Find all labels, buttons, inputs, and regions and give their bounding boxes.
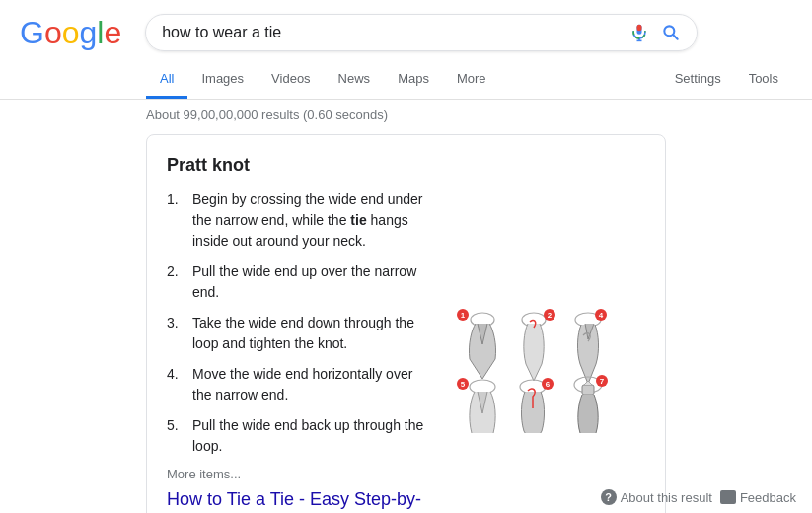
nav-tabs: All Images Videos News Maps More Setting…	[0, 61, 812, 100]
step-text: Pull the wide end up over the narrow end…	[192, 261, 428, 303]
about-result-label: About this result	[621, 490, 712, 505]
more-items-link[interactable]: More items...	[167, 467, 428, 481]
step-text: Take the wide end down through the loop …	[192, 313, 428, 354]
svg-text:5: 5	[461, 380, 466, 389]
step-number: 2.	[167, 261, 186, 303]
help-icon: ?	[601, 489, 617, 505]
list-item: 5. Pull the wide end back up through the…	[167, 415, 428, 457]
svg-text:7: 7	[600, 377, 605, 386]
header: G o o g l e how to wear a tie	[0, 0, 812, 51]
footer: ? About this result Feedback	[585, 481, 812, 513]
list-item: 1. Begin by crossing the wide end under …	[167, 189, 428, 252]
step-number: 3.	[167, 313, 186, 354]
featured-title: Pratt knot	[167, 155, 428, 176]
tab-more[interactable]: More	[443, 61, 500, 99]
list-item: 2. Pull the wide end up over the narrow …	[167, 261, 428, 303]
about-result[interactable]: ? About this result	[601, 489, 712, 505]
tab-videos[interactable]: Videos	[258, 61, 325, 99]
logo-letter-o2: o	[62, 15, 80, 51]
svg-rect-22	[582, 385, 594, 395]
step-text: Move the wide end horizontally over the …	[192, 364, 428, 405]
tab-news[interactable]: News	[325, 61, 385, 99]
step-text: Begin by crossing the wide end under the…	[192, 189, 428, 252]
svg-point-18	[520, 380, 546, 394]
step-number: 5.	[167, 415, 186, 457]
feedback-button[interactable]: Feedback	[720, 490, 796, 505]
logo-letter-g: G	[20, 15, 44, 51]
list-item: 4. Move the wide end horizontally over t…	[167, 364, 428, 405]
microphone-icon[interactable]	[629, 23, 649, 42]
featured-snippet: Pratt knot 1. Begin by crossing the wide…	[146, 134, 666, 513]
svg-point-15	[470, 380, 495, 394]
nav-right: Settings Tools	[661, 61, 792, 99]
featured-image: 1 2 4	[448, 155, 645, 513]
result-link: How to Tie a Tie - Easy Step-by-Step Ins…	[167, 489, 428, 513]
featured-steps-list: 1. Begin by crossing the wide end under …	[167, 189, 428, 457]
feedback-label: Feedback	[740, 490, 796, 505]
search-box: how to wear a tie	[145, 14, 698, 51]
logo-letter-o1: o	[44, 15, 62, 51]
logo-letter-l: l	[97, 15, 104, 51]
search-input[interactable]: how to wear a tie	[162, 24, 620, 41]
feedback-icon	[720, 490, 736, 504]
tab-tools[interactable]: Tools	[735, 61, 792, 99]
google-logo: G o o g l e	[20, 15, 121, 51]
tab-settings[interactable]: Settings	[661, 61, 735, 99]
search-icons	[629, 23, 681, 42]
tab-all[interactable]: All	[146, 61, 187, 99]
step-number: 1.	[167, 189, 186, 252]
results-stats: About 99,00,00,000 results (0.60 seconds…	[0, 100, 812, 130]
logo-letter-e: e	[104, 15, 121, 51]
featured-content: Pratt knot 1. Begin by crossing the wide…	[167, 155, 428, 513]
tab-maps[interactable]: Maps	[384, 61, 443, 99]
svg-text:4: 4	[599, 311, 604, 320]
search-icon[interactable]	[661, 23, 681, 42]
tab-images[interactable]: Images	[187, 61, 258, 99]
svg-line-5	[673, 35, 678, 39]
list-item: 3. Take the wide end down through the lo…	[167, 313, 428, 354]
result-title-link[interactable]: How to Tie a Tie - Easy Step-by-Step Ins…	[167, 489, 421, 513]
step-text: Pull the wide end back up through the lo…	[192, 415, 428, 457]
step-number: 4.	[167, 364, 186, 405]
svg-text:1: 1	[461, 311, 466, 320]
svg-text:6: 6	[546, 380, 551, 389]
svg-rect-3	[637, 25, 642, 32]
svg-text:2: 2	[548, 311, 553, 320]
tie-knot-illustration: 1 2 4	[448, 305, 645, 433]
logo-letter-g2: g	[79, 15, 97, 51]
